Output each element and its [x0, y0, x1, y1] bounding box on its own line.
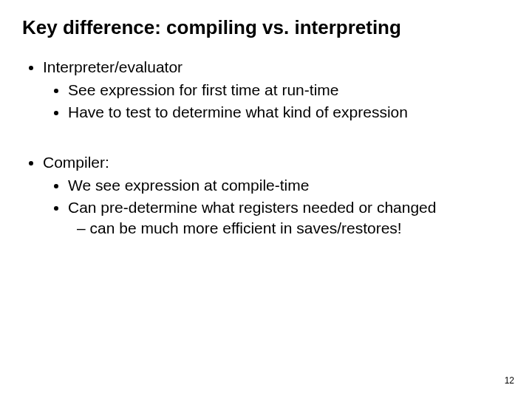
list-item: We see expression at compile-time — [68, 175, 510, 196]
sub-list: See expression for first time at run-tim… — [43, 80, 510, 123]
slide-title: Key difference: compiling vs. interpreti… — [22, 16, 510, 39]
list-item: Interpreter/evaluator See expression for… — [43, 57, 510, 123]
list-item: See expression for first time at run-tim… — [68, 80, 510, 100]
bullet-text: Can pre-determine what registers needed … — [68, 199, 436, 216]
sub-list: We see expression at compile-time Can pr… — [43, 175, 510, 239]
spacer — [22, 126, 510, 152]
list-item: Have to test to determine what kind of e… — [68, 102, 510, 123]
section-heading: Interpreter/evaluator — [43, 58, 183, 75]
bullet-list: Interpreter/evaluator See expression for… — [22, 57, 510, 123]
dash-continuation: – can be much more efficient in saves/re… — [68, 218, 510, 239]
list-item: Can pre-determine what registers needed … — [68, 197, 510, 239]
section-heading: Compiler: — [43, 154, 109, 171]
list-item: Compiler: We see expression at compile-t… — [43, 152, 510, 239]
bullet-list: Compiler: We see expression at compile-t… — [22, 152, 510, 239]
page-number: 12 — [505, 375, 514, 386]
slide: Key difference: compiling vs. interpreti… — [0, 0, 532, 399]
